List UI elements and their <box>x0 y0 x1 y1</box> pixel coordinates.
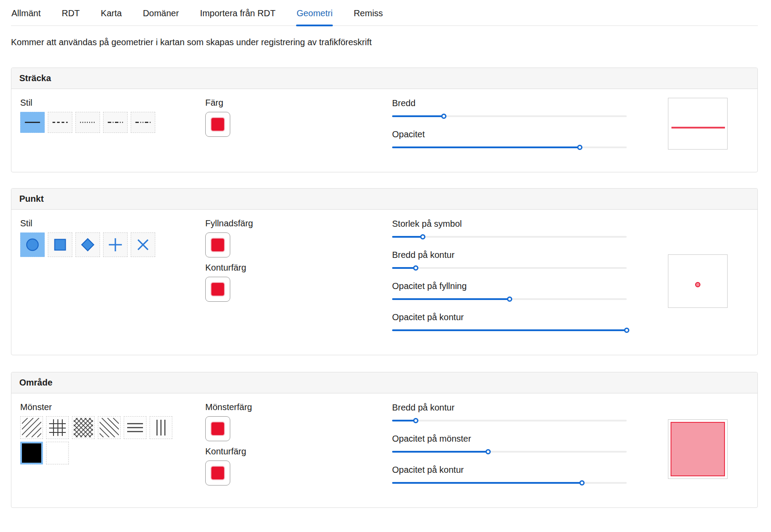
none-pattern-swatch[interactable] <box>46 442 69 464</box>
slider-rail <box>392 236 627 238</box>
slider-rail <box>392 267 627 269</box>
opacitet-slider[interactable] <box>392 143 627 152</box>
omrade-color-column: Mönsterfärg Konturfärg <box>205 402 392 486</box>
konturfarg-color-button[interactable] <box>205 461 230 486</box>
dash-dot-dot-line-swatch[interactable] <box>131 112 155 133</box>
bredd-pa-kontur-slider-row: Bredd på kontur <box>392 403 668 425</box>
konturfarg-color-button[interactable] <box>205 277 230 302</box>
storlek-pa-symbol-slider-row: Storlek på symbol <box>392 219 668 241</box>
tab-rdt[interactable]: RDT <box>61 4 80 25</box>
stracka-section: Sträcka Stil Färg BreddOpacitet <box>11 68 758 172</box>
crosshatch-pattern-swatch[interactable] <box>72 416 95 439</box>
tab-domaner[interactable]: Domäner <box>143 4 179 25</box>
solid-pattern-swatch[interactable] <box>20 442 43 464</box>
slider-fill <box>392 298 510 300</box>
fyllnadsfarg-color-button[interactable] <box>205 232 230 257</box>
slider-fill <box>392 329 627 331</box>
storlek-pa-symbol-slider[interactable] <box>392 232 627 241</box>
omrade-section-title: Område <box>11 372 757 393</box>
monsterfarg-color-button[interactable] <box>205 416 230 441</box>
circle-symbol-swatch[interactable] <box>20 232 45 257</box>
farg-color-button[interactable] <box>205 112 230 137</box>
area-preview-shape <box>671 422 725 476</box>
dash-dot-line-swatch[interactable] <box>103 112 128 133</box>
konturfarg-color-chip <box>211 282 225 296</box>
bredd-pa-kontur-label: Bredd på kontur <box>392 403 668 413</box>
solid-line-swatch[interactable] <box>20 112 45 133</box>
monsterfarg-color-chip <box>211 421 225 436</box>
stracka-style-column: Stil <box>20 98 205 133</box>
stracka-sliders: BreddOpacitet <box>392 98 668 161</box>
omrade-preview <box>668 419 728 479</box>
farg-color-chip <box>211 117 225 132</box>
fyllnadsfarg-group: Fyllnadsfärg <box>205 218 392 257</box>
line-preview-sample <box>671 127 725 129</box>
fyllnadsfarg-label: Fyllnadsfärg <box>205 218 392 229</box>
opacitet-pa-fyllning-label: Opacitet på fyllning <box>392 281 668 291</box>
opacitet-pa-kontur-slider[interactable] <box>392 478 627 487</box>
slider-thumb[interactable] <box>420 234 425 239</box>
tab-bar: AllmäntRDTKartaDomänerImportera från RDT… <box>11 0 758 26</box>
stracka-section-body: Stil Färg BreddOpacitet <box>11 89 757 172</box>
monster-label: Mönster <box>20 402 205 412</box>
konturfarg-label: Konturfärg <box>205 263 392 273</box>
slider-thumb[interactable] <box>577 145 582 150</box>
diamond-symbol-swatch[interactable] <box>75 232 100 257</box>
description-text: Kommer att användas på geometrier i kart… <box>11 37 758 47</box>
diagonal-forward-pattern-swatch[interactable] <box>20 416 43 439</box>
bredd-pa-kontur-slider[interactable] <box>392 264 627 272</box>
opacitet-pa-fyllning-slider[interactable] <box>392 295 627 303</box>
slider-thumb[interactable] <box>485 449 491 454</box>
tab-remiss[interactable]: Remiss <box>353 4 383 25</box>
stracka-color-column: Färg <box>205 98 392 137</box>
slider-thumb[interactable] <box>441 114 446 119</box>
opacitet-slider-row: Opacitet <box>392 129 668 152</box>
punkt-section-body: Stil Fyllnadsfärg Konturfärg Storlek p <box>11 210 757 355</box>
punkt-section: Punkt Stil Fyllnadsfärg Konturfärg <box>11 188 758 355</box>
stracka-preview <box>668 98 728 150</box>
opacitet-pa-kontur-slider-row: Opacitet på kontur <box>392 312 668 335</box>
tab-geometri[interactable]: Geometri <box>296 4 333 25</box>
slider-thumb[interactable] <box>579 480 585 486</box>
bredd-pa-kontur-label: Bredd på kontur <box>392 250 668 260</box>
opacitet-pa-kontur-slider[interactable] <box>392 326 627 335</box>
dotted-line-swatch[interactable] <box>75 112 100 133</box>
tab-karta[interactable]: Karta <box>100 4 122 25</box>
diagonal-backward-pattern-swatch[interactable] <box>98 416 121 439</box>
slider-fill <box>392 236 423 238</box>
opacitet-pa-kontur-label: Opacitet på kontur <box>392 465 668 475</box>
dashed-line-swatch[interactable] <box>48 112 72 133</box>
geometry-settings-page: AllmäntRDTKartaDomänerImportera från RDT… <box>0 0 771 532</box>
konturfarg-group: Konturfärg <box>205 446 392 486</box>
omrade-section: Område Mönster Mönsterfärg Konturfärg <box>11 372 758 508</box>
plus-symbol-swatch[interactable] <box>103 232 128 257</box>
area-pattern-picker <box>20 416 182 464</box>
opacitet-pa-monster-slider[interactable] <box>392 447 627 456</box>
bredd-pa-kontur-slider-row: Bredd på kontur <box>392 250 668 272</box>
slider-thumb[interactable] <box>624 328 629 333</box>
stracka-section-title: Sträcka <box>11 68 757 89</box>
stil-label: Stil <box>20 218 205 229</box>
punkt-section-title: Punkt <box>11 189 757 210</box>
bredd-slider[interactable] <box>392 112 627 121</box>
grid-pattern-swatch[interactable] <box>46 416 69 439</box>
opacitet-pa-kontur-slider-row: Opacitet på kontur <box>392 465 668 487</box>
farg-label: Färg <box>205 98 392 108</box>
horizontal-lines-pattern-swatch[interactable] <box>124 416 146 439</box>
line-style-picker <box>20 112 205 133</box>
storlek-pa-symbol-label: Storlek på symbol <box>392 219 668 229</box>
omrade-pattern-column: Mönster <box>20 402 205 464</box>
tab-importera-fran-rdt[interactable]: Importera från RDT <box>200 4 276 25</box>
point-style-picker <box>20 232 205 257</box>
tab-allmant[interactable]: Allmänt <box>11 4 41 25</box>
bredd-pa-kontur-slider[interactable] <box>392 416 627 425</box>
slider-thumb[interactable] <box>413 418 418 423</box>
cross-symbol-swatch[interactable] <box>131 232 155 257</box>
square-symbol-swatch[interactable] <box>48 232 72 257</box>
omrade-sliders: Bredd på konturOpacitet på mönsterOpacit… <box>392 402 668 496</box>
slider-fill <box>392 146 580 148</box>
vertical-lines-pattern-swatch[interactable] <box>150 416 172 439</box>
monsterfarg-group: Mönsterfärg <box>205 402 392 441</box>
slider-thumb[interactable] <box>413 265 418 271</box>
slider-thumb[interactable] <box>507 296 512 302</box>
